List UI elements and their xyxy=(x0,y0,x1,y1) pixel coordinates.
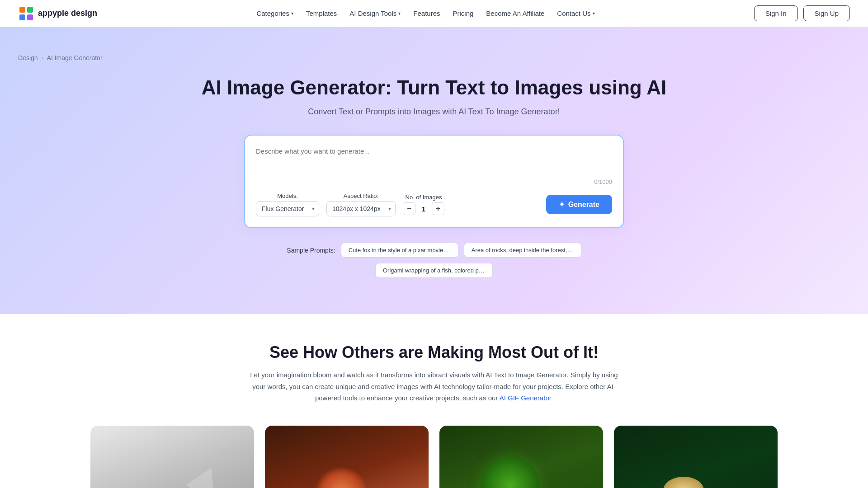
nav-item-categories[interactable]: Categories ▾ xyxy=(256,9,293,17)
gallery-item-1[interactable]: Origami dancers in white paper, 3D rende… xyxy=(90,426,254,488)
aspect-ratio-select-wrapper: 1024px x 1024px xyxy=(326,201,396,216)
breadcrumb: Design › AI Image Generator xyxy=(18,54,850,61)
increase-images-button[interactable]: + xyxy=(432,202,444,215)
char-count: 0/1000 xyxy=(256,178,612,185)
models-select[interactable]: Flux Generator xyxy=(256,201,319,216)
generate-label: Generate xyxy=(568,201,599,209)
gallery-image-1 xyxy=(90,426,254,488)
nav-item-contact[interactable]: Contact Us ▾ xyxy=(557,9,594,17)
gallery-image-2 xyxy=(265,426,429,488)
chevron-down-icon: ▾ xyxy=(398,11,401,16)
models-group: Models: Flux Generator xyxy=(256,192,319,216)
models-select-wrapper: Flux Generator xyxy=(256,201,319,216)
svg-rect-3 xyxy=(19,14,25,20)
breadcrumb-current: AI Image Generator xyxy=(47,54,103,61)
page-subtitle: Convert Text or Prompts into Images with… xyxy=(18,107,850,117)
svg-rect-2 xyxy=(27,7,33,13)
gallery-item-2[interactable]: Surreal artwork of a human figure with h… xyxy=(265,426,429,488)
sample-prompt-1[interactable]: Cute fox in the style of a pixar movie w… xyxy=(341,243,458,258)
generator-controls: Models: Flux Generator Aspect Ratio: 102… xyxy=(256,192,612,216)
images-count-value: 1 xyxy=(419,205,428,213)
nav-item-templates[interactable]: Templates xyxy=(306,9,337,17)
aspect-ratio-group: Aspect Ratio: 1024px x 1024px xyxy=(326,192,396,216)
svg-rect-1 xyxy=(19,7,25,13)
nav-item-features[interactable]: Features xyxy=(413,9,440,17)
gallery-item-3[interactable]: broccoli impersonated as a creature char… xyxy=(439,426,603,488)
gallery-description: Let your imagination bloom and watch as … xyxy=(249,369,619,404)
generator-card: 0/1000 Models: Flux Generator Aspect Rat… xyxy=(244,135,624,229)
sample-prompt-2[interactable]: Area of rocks, deep inside the forest, d… xyxy=(464,243,581,258)
decrease-images-button[interactable]: − xyxy=(403,202,415,215)
images-stepper: − 1 + xyxy=(403,202,444,215)
models-label: Models: xyxy=(256,192,319,199)
nav-item-pricing[interactable]: Pricing xyxy=(453,9,473,17)
chevron-down-icon: ▾ xyxy=(291,11,293,16)
breadcrumb-design[interactable]: Design xyxy=(18,54,38,61)
gallery-image-4 xyxy=(614,426,778,488)
gif-generator-link[interactable]: AI GIF Generator. xyxy=(500,394,553,402)
gallery-grid: Origami dancers in white paper, 3D rende… xyxy=(90,426,778,488)
sample-prompt-3[interactable]: Origami wrapping of a fish, colored pape… xyxy=(375,263,493,278)
generate-button[interactable]: ✦ Generate xyxy=(546,195,612,214)
gallery-title: See How Others are Making Most Out of It… xyxy=(90,343,778,362)
logo[interactable]: appypie design xyxy=(18,5,97,22)
gallery-section: See How Others are Making Most Out of It… xyxy=(0,314,868,488)
sign-in-button[interactable]: Sign In xyxy=(754,5,798,21)
aspect-ratio-label: Aspect Ratio: xyxy=(326,192,396,199)
svg-rect-4 xyxy=(27,14,33,20)
gallery-item-4[interactable]: a cute character with head made of fenok… xyxy=(614,426,778,488)
images-count-group: No. of Images − 1 + xyxy=(403,194,444,215)
nav-links: Categories ▾ Templates AI Design Tools ▾… xyxy=(256,9,594,17)
page-title: AI Image Generator: Turn Text to Images … xyxy=(18,76,850,100)
prompt-input[interactable] xyxy=(256,146,612,177)
sign-up-button[interactable]: Sign Up xyxy=(803,5,850,21)
nav-actions: Sign In Sign Up xyxy=(754,5,850,21)
generate-icon: ✦ xyxy=(559,200,565,209)
gallery-image-3 xyxy=(439,426,603,488)
nav-item-affiliate[interactable]: Become An Affiliate xyxy=(486,9,544,17)
nav-item-ai-design-tools[interactable]: AI Design Tools ▾ xyxy=(349,9,401,17)
sample-prompts-label: Sample Prompts: xyxy=(287,247,335,254)
aspect-ratio-select[interactable]: 1024px x 1024px xyxy=(326,201,396,216)
chevron-down-icon: ▾ xyxy=(593,11,595,16)
breadcrumb-separator: › xyxy=(42,55,43,61)
logo-icon xyxy=(18,5,34,22)
hero-section: Design › AI Image Generator AI Image Gen… xyxy=(0,27,868,314)
sample-prompts: Sample Prompts: Cute fox in the style of… xyxy=(244,243,624,278)
navbar: appypie design Categories ▾ Templates AI… xyxy=(0,0,868,27)
images-count-label: No. of Images xyxy=(403,194,444,201)
logo-text: appypie design xyxy=(38,9,97,18)
